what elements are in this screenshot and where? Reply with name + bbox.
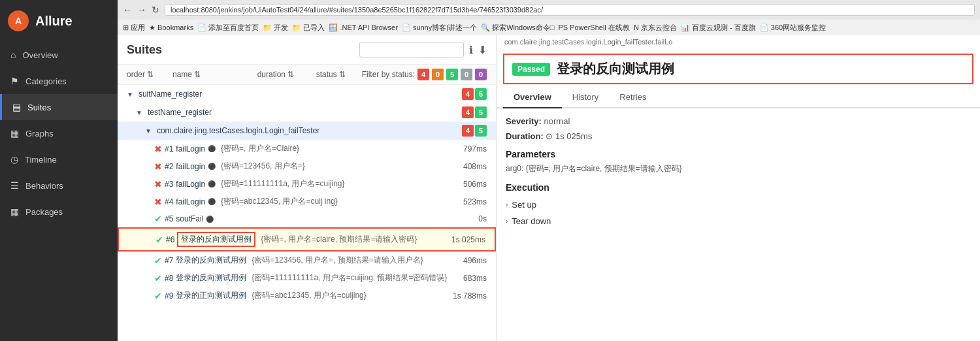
sidebar-label-categories: Categories: [25, 76, 67, 86]
tab-history[interactable]: History: [562, 87, 609, 108]
test-name-5: soutFail: [176, 214, 203, 223]
sidebar-label-suites: Suites: [27, 103, 51, 112]
test-duration-7: 496ms: [463, 256, 487, 265]
filter-unknown[interactable]: 0: [475, 69, 487, 80]
bookmark-360[interactable]: 📄 360网站服务监控: [760, 23, 826, 33]
logo: A Allure: [0, 0, 118, 42]
url-input[interactable]: [165, 4, 975, 16]
status-icon-4: ✖: [154, 197, 162, 207]
detail-title-bar: Passed 登录的反向测试用例: [503, 54, 973, 84]
suites-tree: ▼ suitName_register 4 5 ▼ testName_regis…: [118, 85, 496, 341]
duration-row: Duration: ⊙ 1s 025ms: [506, 131, 971, 141]
sidebar-item-timeline[interactable]: ◷Timeline: [0, 146, 118, 172]
bookmark-baidu[interactable]: 📄 添加至百度首页: [197, 23, 259, 33]
forward-button[interactable]: →: [137, 5, 146, 15]
sidebar-nav: ⌂Overview⚑Categories▤Suites▦Graphs◷Timel…: [0, 42, 118, 341]
sidebar-item-categories[interactable]: ⚑Categories: [0, 68, 118, 94]
filter-failed[interactable]: 4: [417, 69, 429, 80]
info-button[interactable]: ℹ: [469, 44, 473, 56]
setup-label: Set up: [512, 200, 536, 210]
test-params-9: {密码=abc12345, 用户名=cuijing}: [252, 290, 366, 301]
sidebar-item-packages[interactable]: ▦Packages: [0, 199, 118, 225]
test-row-4[interactable]: ✖ #4 failLogin ⚫ {密码=abc12345, 用户名=cuij …: [118, 193, 496, 210]
status-icon-1: ✖: [154, 144, 162, 154]
status-icon-8: ✔: [154, 273, 162, 284]
severity-value: normal: [544, 116, 570, 126]
tab-retries[interactable]: Retries: [609, 87, 657, 108]
test-duration-2: 408ms: [463, 162, 487, 171]
test-row-1[interactable]: ✖ #1 failLogin ⚫ {密码=, 用户名=Claire} 797ms: [118, 140, 496, 157]
test-name-6: 登录的反向测试用例: [177, 232, 255, 247]
bookmark-jd[interactable]: N 京东云控台: [634, 23, 677, 33]
suites-header: Suites ℹ ⬇: [118, 35, 496, 65]
toggle-testname[interactable]: ▼: [136, 109, 142, 116]
col-name-header[interactable]: name ⇅: [172, 70, 257, 79]
bookmark-net[interactable]: 🪟 .NET API Browser: [329, 24, 398, 32]
test-row-9[interactable]: ✔ #9 登录的正向测试用例 {密码=abc12345, 用户名=cuijing…: [118, 287, 496, 304]
filter-broken[interactable]: 0: [432, 69, 444, 80]
bookmark-ps[interactable]: PS PowerShell 在线教: [558, 23, 629, 33]
bookmark-baidu-obs[interactable]: 📊 百度云观测 - 百度旗: [681, 23, 756, 33]
bookmark-bookmarks[interactable]: ★ Bookmarks: [149, 24, 193, 32]
sidebar-item-suites[interactable]: ▤Suites: [0, 94, 118, 120]
bookmark-sunny[interactable]: 📄 sunny博客|讲述一个: [402, 23, 477, 33]
test-duration-8: 683ms: [463, 274, 487, 283]
execution-setup[interactable]: › Set up: [506, 197, 971, 213]
suites-actions: ℹ ⬇: [359, 42, 487, 57]
sidebar-item-overview[interactable]: ⌂Overview: [0, 42, 118, 68]
test-name-7: 登录的反向测试用例: [176, 255, 246, 266]
test-duration-4: 523ms: [463, 197, 487, 206]
test-name-4: failLogin: [176, 197, 205, 206]
refresh-button[interactable]: ↻: [152, 5, 159, 15]
detail-tabs: Overview History Retries: [497, 87, 980, 108]
col-duration-header[interactable]: duration ⇅: [257, 70, 316, 79]
download-button[interactable]: ⬇: [478, 44, 487, 56]
detail-breadcrumb: com.claire.jing.testCases.login.Login_fa…: [497, 35, 980, 48]
test-row-6[interactable]: ✔ #6 登录的反向测试用例 {密码=, 用户名=claire, 预期结果=请输…: [118, 227, 496, 252]
test-duration-3: 506ms: [463, 180, 487, 189]
suite-name-suitname: suitName_register: [139, 89, 202, 99]
toggle-suitname[interactable]: ▼: [127, 91, 133, 98]
test-row-2[interactable]: ✖ #2 failLogin ⚫ {密码=123456, 用户名=} 408ms: [118, 157, 496, 175]
badge-fail3: 4: [462, 125, 474, 137]
test-name-8: 登录的反向测试用例: [176, 272, 246, 284]
test-num-7: #7: [165, 256, 173, 265]
test-row-8[interactable]: ✔ #8 登录的反向测试用例 {密码=111111111a, 用户名=cuiji…: [118, 269, 496, 287]
test-row-5[interactable]: ✔ #5 soutFail ⚫ 0s: [118, 210, 496, 227]
bookmark-windows[interactable]: 🔍 探索Windows命令□: [481, 23, 554, 33]
test-num-4: #4: [165, 197, 173, 206]
test-row-3[interactable]: ✖ #3 failLogin ⚫ {密码=111111111a, 用户名=cui…: [118, 175, 496, 193]
content-area: Suites ℹ ⬇ order ⇅ name ⇅ duration ⇅: [118, 35, 980, 341]
detail-body: Severity: normal Duration: ⊙ 1s 025ms Pa…: [497, 108, 980, 341]
filter-passed[interactable]: 5: [446, 69, 458, 80]
duration-label: Duration:: [506, 131, 546, 141]
col-status-header[interactable]: status ⇅: [316, 70, 362, 79]
graphs-icon: ▦: [10, 128, 19, 138]
col-order-header[interactable]: order ⇅: [127, 70, 172, 79]
toggle-class[interactable]: ▼: [145, 127, 152, 135]
test-row-7[interactable]: ✔ #7 登录的反向测试用例 {密码=123456, 用户名=, 预期结果=请输…: [118, 252, 496, 269]
back-button[interactable]: ←: [123, 5, 132, 15]
categories-icon: ⚑: [10, 76, 19, 86]
bookmark-dev[interactable]: 📁 开发: [263, 23, 288, 33]
test-num-6: #6: [166, 235, 174, 244]
sidebar-item-graphs[interactable]: ▦Graphs: [0, 120, 118, 146]
suites-search-input[interactable]: [359, 42, 464, 57]
filter-skipped[interactable]: 0: [461, 69, 472, 80]
test-dot-1: ⚫: [208, 145, 216, 152]
execution-section-title: Execution: [506, 182, 971, 193]
suite-row-testname[interactable]: ▼ testName_register 4 5: [118, 103, 496, 122]
suite-row-suitname[interactable]: ▼ suitName_register 4 5: [118, 85, 496, 103]
bookmark-imported[interactable]: 📁 已导入: [292, 23, 325, 33]
status-icon-9: ✔: [154, 291, 162, 301]
tab-overview[interactable]: Overview: [503, 87, 562, 108]
suite-name-testname: testName_register: [148, 108, 212, 117]
bookmark-apps[interactable]: ⊞ 应用: [123, 23, 145, 33]
test-name-3: failLogin: [176, 180, 205, 189]
timeline-icon: ◷: [10, 154, 18, 165]
sidebar-item-behaviors[interactable]: ☰Behaviors: [0, 172, 118, 199]
suite-name-class: com.claire.jing.testCases.login.Login_fa…: [157, 126, 319, 135]
execution-teardown[interactable]: › Tear down: [506, 213, 971, 229]
sidebar-label-graphs: Graphs: [25, 129, 54, 138]
suite-row-class[interactable]: ▼ com.claire.jing.testCases.login.Login_…: [118, 122, 496, 140]
